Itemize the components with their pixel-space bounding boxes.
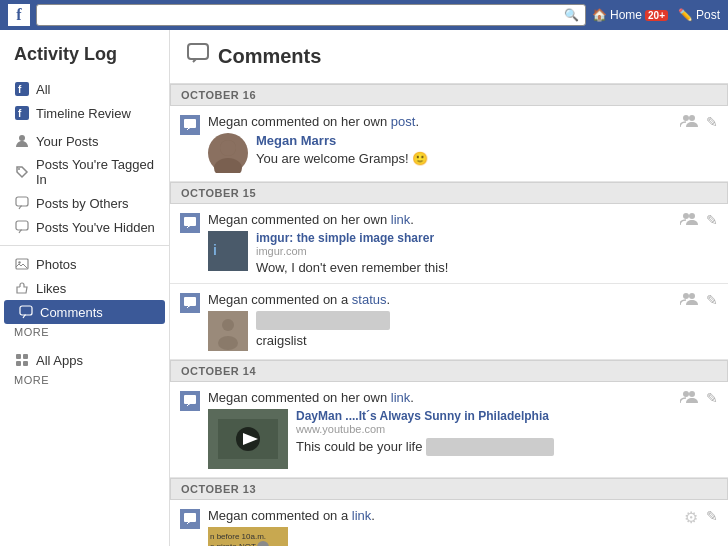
entry-e2-title: imgur: the simple image sharer xyxy=(256,231,448,245)
entry-e1-name: Megan Marrs xyxy=(256,133,428,148)
entry-e4-title: DayMan ....It´s Always Sunny in Philadel… xyxy=(296,409,554,423)
svg-rect-7 xyxy=(16,221,28,230)
entry-e4-actions: ✎ xyxy=(680,390,718,408)
sidebar-item-comments-label: Comments xyxy=(40,305,103,320)
svg-rect-22 xyxy=(184,217,196,226)
entry-e3: Megan commented on a status. ████████ cr… xyxy=(170,284,728,360)
home-icon: 🏠 xyxy=(592,8,607,22)
home-link[interactable]: 🏠 Home 20+ xyxy=(592,8,668,22)
svg-point-20 xyxy=(683,115,689,121)
pencil-icon-3[interactable]: ✎ xyxy=(706,292,718,308)
sidebar-item-posts-hidden[interactable]: Posts You've Hidden xyxy=(0,215,169,239)
thumb-icon xyxy=(14,280,30,296)
divider xyxy=(0,245,169,246)
entry-e2-info: imgur: the simple image sharer imgur.com… xyxy=(256,231,448,275)
svg-rect-40 xyxy=(184,513,196,522)
sidebar-item-your-posts-label: Your Posts xyxy=(36,134,98,149)
entry-e3-prefix: Megan commented on a xyxy=(208,292,352,307)
entry-e4-blurred: ████████ xyxy=(426,438,554,456)
entry-e2-preview: i imgur: the simple image sharer imgur.c… xyxy=(208,231,672,275)
svg-point-5 xyxy=(18,168,20,170)
sidebar-item-posts-tagged-label: Posts You're Tagged In xyxy=(36,157,155,187)
entry-e3-link[interactable]: status xyxy=(352,292,387,307)
svg-text:n before 10a.m.: n before 10a.m. xyxy=(210,532,266,541)
search-icon: 🔍 xyxy=(564,8,579,22)
entry-e2-actions: ✎ xyxy=(680,212,718,230)
post-link[interactable]: ✏️ Post xyxy=(678,8,720,22)
svg-point-38 xyxy=(683,391,689,397)
main-header: Comments xyxy=(170,30,728,84)
entry-e5-prefix: Megan commented on a xyxy=(208,508,352,523)
entry-e3-blurred-name: ████████ xyxy=(256,311,390,330)
svg-rect-12 xyxy=(23,354,28,359)
entry-e4-thumb xyxy=(208,409,288,469)
grid-icon xyxy=(14,352,30,368)
sidebar-item-all-apps[interactable]: All Apps xyxy=(0,348,169,372)
sidebar-item-posts-tagged[interactable]: Posts You're Tagged In xyxy=(0,153,169,191)
svg-text:a pirate NOT: a pirate NOT xyxy=(210,542,256,546)
svg-rect-27 xyxy=(184,297,196,306)
svg-point-4 xyxy=(19,135,25,141)
svg-point-25 xyxy=(683,213,689,219)
svg-point-39 xyxy=(689,391,695,397)
sidebar-section-apps: All Apps MORE xyxy=(0,348,169,392)
tag-icon xyxy=(14,164,30,180)
svg-rect-6 xyxy=(16,197,28,206)
entry-e1-comment: You are welcome Gramps! 🙂 xyxy=(256,151,428,166)
nav-right: 🏠 Home 20+ ✏️ Post xyxy=(592,8,720,22)
entry-e1-dot: . xyxy=(415,114,419,129)
pencil-icon-2[interactable]: ✎ xyxy=(706,212,718,228)
search-bar[interactable]: 🔍 xyxy=(36,4,586,26)
date-header-oct13: OCTOBER 13 xyxy=(170,478,728,500)
sidebar-item-likes[interactable]: Likes xyxy=(0,276,169,300)
entry-e3-text: Megan commented on a status. xyxy=(208,292,672,307)
sidebar-item-timeline-review[interactable]: f Timeline Review xyxy=(0,101,169,125)
sidebar-section-your-posts: Your Posts Posts You're Tagged In Posts … xyxy=(0,129,169,239)
sidebar-item-your-posts[interactable]: Your Posts xyxy=(0,129,169,153)
entry-e4-domain: www.youtube.com xyxy=(296,423,554,435)
svg-point-29 xyxy=(222,319,234,331)
pencil-icon-4[interactable]: ✎ xyxy=(706,390,718,406)
search-input[interactable] xyxy=(43,8,560,22)
entry-e2-text: Megan commented on her own link. xyxy=(208,212,672,227)
svg-rect-10 xyxy=(20,306,32,315)
svg-rect-11 xyxy=(16,354,21,359)
pencil-icon-5[interactable]: ✎ xyxy=(706,508,718,524)
svg-point-31 xyxy=(683,293,689,299)
entry-e2-link[interactable]: link xyxy=(391,212,411,227)
entry-e1-link[interactable]: post xyxy=(391,114,416,129)
sidebar-item-comments[interactable]: Comments xyxy=(4,300,165,324)
entry-e4-dot: . xyxy=(410,390,414,405)
entry-e5-link[interactable]: link xyxy=(352,508,372,523)
comment-entry-icon xyxy=(180,115,200,135)
comment-entry-icon-3 xyxy=(180,293,200,313)
entry-e1-actions: ✎ xyxy=(680,114,718,132)
entry-e5-preview: n before 10a.m. a pirate NOT xyxy=(208,527,676,546)
fb-icon: f xyxy=(14,81,30,97)
main-content: Comments OCTOBER 16 Megan commented on h… xyxy=(170,30,728,546)
sidebar-item-photos[interactable]: Photos xyxy=(0,252,169,276)
sidebar-item-posts-by-others[interactable]: Posts by Others xyxy=(0,191,169,215)
home-badge: 20+ xyxy=(645,10,668,21)
date-group-oct13: OCTOBER 13 Megan commented on a link. n … xyxy=(170,478,728,546)
sidebar-title: Activity Log xyxy=(0,40,169,77)
entry-e2-link-info: imgur: the simple image sharer imgur.com xyxy=(256,231,448,257)
gear-icon[interactable]: ⚙ xyxy=(684,508,698,527)
top-navigation: f 🔍 🏠 Home 20+ ✏️ Post xyxy=(0,0,728,30)
more-link-1[interactable]: MORE xyxy=(0,324,169,344)
more-link-2[interactable]: MORE xyxy=(0,372,169,392)
comment-entry-icon-5 xyxy=(180,509,200,529)
sidebar-item-all[interactable]: f All xyxy=(0,77,169,101)
svg-point-19 xyxy=(220,140,236,156)
entry-e4-link[interactable]: link xyxy=(391,390,411,405)
friends-icon-4 xyxy=(680,390,698,408)
entry-e2-content: Megan commented on her own link. i imgur… xyxy=(208,212,672,275)
pencil-icon[interactable]: ✎ xyxy=(706,114,718,130)
svg-point-18 xyxy=(214,158,242,173)
date-group-oct16: OCTOBER 16 Megan commented on her own po… xyxy=(170,84,728,182)
entry-e1-preview: Megan Marrs You are welcome Gramps! 🙂 xyxy=(208,133,672,173)
friends-icon xyxy=(680,114,698,132)
entry-e2-prefix: Megan commented on her own xyxy=(208,212,391,227)
sidebar-item-photos-label: Photos xyxy=(36,257,76,272)
svg-rect-16 xyxy=(184,119,196,128)
